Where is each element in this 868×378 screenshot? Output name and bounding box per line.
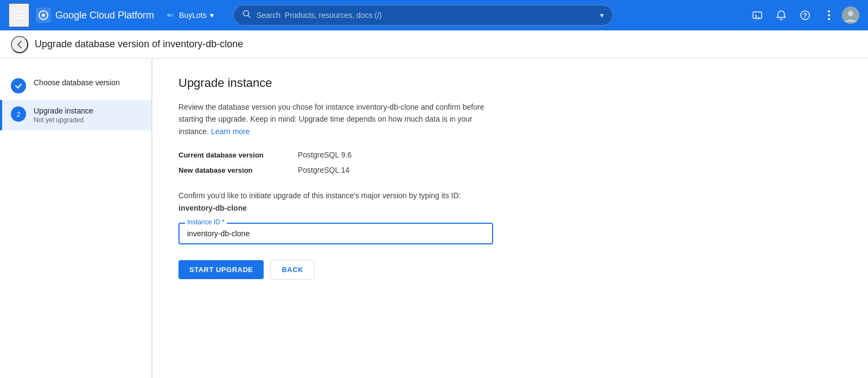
- project-icon: [165, 10, 176, 21]
- step-2-sublabel: Not yet upgraded: [34, 116, 93, 124]
- content-description: Review the database version you chose fo…: [178, 101, 504, 137]
- instance-id-input-wrapper: Instance ID *: [178, 223, 493, 244]
- svg-point-12: [828, 14, 830, 16]
- cloud-shell-button[interactable]: [746, 4, 768, 26]
- project-selector[interactable]: BuyLots ▾: [161, 8, 218, 23]
- content-panel: Upgrade instance Review the database ver…: [152, 59, 868, 378]
- instance-id-field[interactable]: [187, 229, 484, 238]
- step-1-texts: Choose database version: [34, 78, 120, 87]
- svg-point-13: [828, 18, 830, 20]
- stepper-sidebar: Choose database version 2 Upgrade instan…: [0, 59, 152, 378]
- learn-more-link[interactable]: Learn more: [211, 127, 250, 136]
- current-version-label: Current database version: [178, 151, 276, 159]
- project-chevron-icon: ▾: [210, 11, 214, 20]
- search-input[interactable]: [257, 11, 595, 20]
- cloud-logo-icon: [36, 8, 51, 23]
- new-version-value: PostgreSQL 14: [298, 166, 349, 174]
- user-avatar[interactable]: [842, 7, 859, 24]
- main-content: Choose database version 2 Upgrade instan…: [0, 59, 868, 378]
- svg-point-15: [848, 11, 853, 16]
- step-1-label: Choose database version: [34, 78, 120, 87]
- step-2-item[interactable]: 2 Upgrade instance Not yet upgraded: [0, 100, 151, 130]
- action-buttons: START UPGRADE BACK: [178, 260, 842, 280]
- svg-point-4: [170, 14, 174, 17]
- app-name: Google Cloud Platform: [55, 10, 154, 21]
- step-1-number: [11, 78, 26, 93]
- version-info-table: Current database version PostgreSQL 9.6 …: [178, 150, 842, 174]
- step-2-number: 2: [11, 106, 26, 122]
- current-version-value: PostgreSQL 9.6: [298, 150, 352, 159]
- svg-line-6: [248, 16, 250, 18]
- project-name: BuyLots: [179, 11, 207, 20]
- new-version-row: New database version PostgreSQL 14: [178, 166, 842, 174]
- start-upgrade-button[interactable]: START UPGRADE: [178, 260, 264, 279]
- back-button[interactable]: BACK: [270, 260, 315, 280]
- step-2-label: Upgrade instance: [34, 106, 93, 115]
- top-nav: ☰ Google Cloud Platform BuyLots ▾ ▾: [0, 0, 868, 30]
- content-title: Upgrade instance: [178, 76, 842, 90]
- instance-id-display: inventory-db-clone: [178, 204, 247, 212]
- search-icon: [242, 10, 251, 21]
- nav-actions: ?: [746, 4, 859, 26]
- svg-text:?: ?: [803, 12, 807, 20]
- notifications-button[interactable]: [770, 4, 792, 26]
- svg-point-3: [167, 14, 170, 17]
- app-logo: Google Cloud Platform: [36, 8, 154, 23]
- page-title: Upgrade database version of inventory-db…: [35, 39, 243, 50]
- new-version-label: New database version: [178, 166, 276, 174]
- svg-point-11: [828, 10, 830, 12]
- search-bar[interactable]: ▾: [233, 5, 613, 26]
- instance-id-label: Instance ID *: [185, 218, 227, 226]
- confirm-text: Confirm you'd like to initiate upgrade o…: [178, 190, 504, 214]
- svg-point-2: [42, 14, 45, 17]
- current-version-row: Current database version PostgreSQL 9.6: [178, 150, 842, 159]
- svg-rect-7: [753, 12, 762, 18]
- back-icon[interactable]: [11, 36, 28, 53]
- step-2-texts: Upgrade instance Not yet upgraded: [34, 106, 93, 124]
- search-expand-icon[interactable]: ▾: [600, 11, 604, 20]
- step-1-item[interactable]: Choose database version: [0, 72, 151, 100]
- help-button[interactable]: ?: [794, 4, 816, 26]
- instance-id-input-group: Instance ID *: [178, 223, 493, 244]
- more-options-button[interactable]: [818, 4, 840, 26]
- breadcrumb-bar: Upgrade database version of inventory-db…: [0, 30, 868, 59]
- hamburger-menu[interactable]: ☰: [9, 3, 29, 27]
